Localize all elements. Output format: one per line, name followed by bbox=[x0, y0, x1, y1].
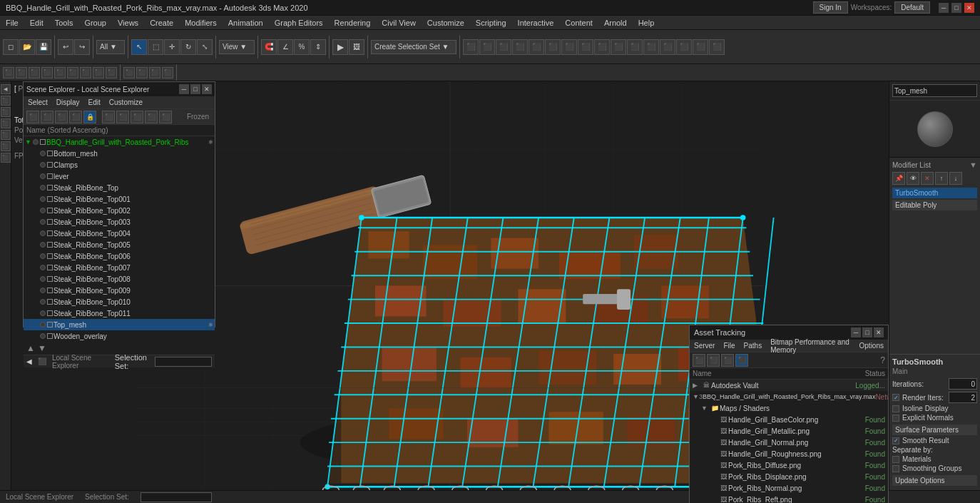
se-item-steak-rib-005[interactable]: Steak_RibBone_Top005 bbox=[24, 239, 215, 250]
at-item-diffuse[interactable]: 🖼 Pork_Ribs_Diffuse.png Found bbox=[690, 459, 888, 471]
se-item-steak-rib-004[interactable]: Steak_RibBone_Top004 bbox=[24, 228, 215, 239]
left-icon-3[interactable]: ⬛ bbox=[1, 107, 11, 117]
tool-btn-12[interactable]: ⬛ bbox=[643, 39, 659, 55]
se-tb-btn-4[interactable]: ⬛ bbox=[69, 111, 82, 123]
se-item-steak-rib-002[interactable]: Steak_RibBone_Top002 bbox=[24, 205, 215, 216]
se-item-steak-rib-007[interactable]: Steak_RibBone_Top007 bbox=[24, 262, 215, 273]
at-tb-btn-4[interactable]: ⬛ bbox=[735, 354, 748, 367]
se-menu-display[interactable]: Display bbox=[52, 98, 84, 107]
object-name-input[interactable] bbox=[892, 84, 977, 97]
tb2-btn-10[interactable]: ⬛ bbox=[123, 67, 135, 78]
tool-btn-7[interactable]: ⬛ bbox=[561, 39, 577, 55]
menu-help[interactable]: Help bbox=[633, 17, 660, 29]
menu-interactive[interactable]: Interactive bbox=[512, 17, 560, 29]
mod-tb-pin[interactable]: 📌 bbox=[892, 172, 905, 185]
modifier-item-turbosmooth[interactable]: TurboSmooth bbox=[892, 188, 977, 198]
modifier-dropdown-icon[interactable]: ▼ bbox=[969, 161, 977, 169]
at-item-displace[interactable]: 🖼 Pork_Ribs_Displace.png Found bbox=[690, 471, 888, 482]
se-maximize-btn[interactable]: □ bbox=[190, 84, 200, 94]
se-tb-btn-5[interactable]: 🔒 bbox=[83, 111, 96, 123]
se-close-btn[interactable]: ✕ bbox=[202, 84, 212, 94]
se-item-steak-rib-001[interactable]: Steak_RibBone_Top001 bbox=[24, 193, 215, 205]
menu-content[interactable]: Content bbox=[559, 17, 598, 29]
at-menu-options[interactable]: Options bbox=[855, 341, 888, 350]
tool-btn-9[interactable]: ⬛ bbox=[594, 39, 610, 55]
at-maximize-btn[interactable]: □ bbox=[862, 327, 872, 337]
menu-group[interactable]: Group bbox=[78, 17, 112, 29]
se-nav-icon-1[interactable]: ◀ bbox=[26, 357, 32, 365]
select-btn[interactable]: ↖ bbox=[131, 39, 147, 55]
se-nav-icon-2[interactable]: ⬛ bbox=[38, 357, 46, 365]
at-help-icon[interactable]: ? bbox=[880, 355, 885, 365]
smooth-result-checkbox[interactable]: ✓ bbox=[892, 437, 899, 444]
tb2-btn-1[interactable]: ⬛ bbox=[3, 67, 14, 78]
open-btn[interactable]: 📂 bbox=[19, 39, 35, 55]
tool-btn-11[interactable]: ⬛ bbox=[627, 39, 643, 55]
tool-btn-8[interactable]: ⬛ bbox=[578, 39, 593, 55]
se-nav-prev[interactable]: ▲ bbox=[26, 343, 35, 353]
selection-filter-dropdown[interactable]: All ▼ bbox=[96, 40, 125, 54]
se-tb-btn-10[interactable]: ⬛ bbox=[159, 111, 172, 123]
at-tb-btn-3[interactable]: ⬛ bbox=[721, 354, 734, 367]
move-btn[interactable]: ✛ bbox=[164, 39, 180, 55]
tb2-btn-7[interactable]: ⬛ bbox=[80, 67, 91, 78]
tb2-btn-4[interactable]: ⬛ bbox=[41, 67, 53, 78]
mod-tb-up[interactable]: ↑ bbox=[935, 172, 948, 185]
undo-btn[interactable]: ↩ bbox=[58, 39, 73, 55]
tb2-btn-9[interactable]: ⬛ bbox=[106, 67, 117, 78]
menu-customize[interactable]: Customize bbox=[422, 17, 470, 29]
menu-civil-view[interactable]: Civil View bbox=[376, 17, 421, 29]
maximize-button[interactable]: □ bbox=[951, 3, 961, 13]
mod-tb-show[interactable]: 👁 bbox=[907, 172, 919, 185]
at-item-vault[interactable]: ▶ 🏛 Autodesk Vault Logged... bbox=[690, 380, 888, 391]
iterations-input[interactable] bbox=[949, 378, 977, 390]
se-item-bbq-group[interactable]: ▼ BBQ_Handle_Grill_with_Roasted_Pork_Rib… bbox=[24, 136, 215, 148]
menu-graph-editors[interactable]: Graph Editors bbox=[269, 17, 329, 29]
sign-in-btn[interactable]: Sign In bbox=[813, 1, 848, 14]
se-item-steak-rib-009[interactable]: Steak_RibBone_Top009 bbox=[24, 285, 215, 296]
se-expand-bbq[interactable]: ▼ bbox=[25, 138, 32, 146]
tb2-btn-8[interactable]: ⬛ bbox=[93, 67, 104, 78]
at-menu-paths[interactable]: Paths bbox=[740, 341, 767, 350]
at-menu-bitmap[interactable]: Bitmap Performance and Memory bbox=[766, 337, 854, 355]
se-item-clamps[interactable]: Clamps bbox=[24, 159, 215, 171]
workspace-value[interactable]: Default bbox=[894, 1, 930, 14]
se-tb-btn-3[interactable]: ⬛ bbox=[55, 111, 68, 123]
se-item-steak-rib-011[interactable]: Steak_RibBone_Top011 bbox=[24, 308, 215, 319]
render-btn[interactable]: 🖼 bbox=[349, 39, 364, 55]
tb2-btn-6[interactable]: ⬛ bbox=[67, 67, 78, 78]
render-iters-input[interactable] bbox=[949, 392, 977, 403]
rotate-btn[interactable]: ↻ bbox=[180, 39, 196, 55]
left-icon-7[interactable]: ⬛ bbox=[1, 153, 11, 163]
se-minimize-btn[interactable]: ─ bbox=[179, 84, 189, 94]
new-scene-btn[interactable]: ◻ bbox=[3, 39, 19, 55]
at-expand-maps[interactable]: ▼ bbox=[701, 405, 710, 412]
at-expand-bbq-file[interactable]: ▼ bbox=[693, 393, 699, 400]
at-item-reft[interactable]: 🖼 Pork_Ribs_Reft.png Found bbox=[690, 494, 888, 503]
minimize-button[interactable]: ─ bbox=[939, 3, 949, 13]
menu-modifiers[interactable]: Modifiers bbox=[179, 17, 223, 29]
materials-checkbox[interactable] bbox=[892, 456, 899, 463]
menu-animation[interactable]: Animation bbox=[223, 17, 269, 29]
se-item-lever[interactable]: lever bbox=[24, 171, 215, 182]
view-dropdown[interactable]: View ▼ bbox=[219, 40, 255, 54]
percent-snap-btn[interactable]: % bbox=[294, 39, 310, 55]
menu-tools[interactable]: Tools bbox=[49, 17, 79, 29]
se-tb-btn-6[interactable]: ⬛ bbox=[102, 111, 115, 123]
at-menu-server[interactable]: Server bbox=[690, 341, 719, 350]
smoothing-groups-checkbox[interactable] bbox=[892, 465, 899, 472]
se-tb-btn-1[interactable]: ⬛ bbox=[26, 111, 39, 123]
tb2-btn-13[interactable]: ⬛ bbox=[162, 67, 173, 78]
close-button[interactable]: ✕ bbox=[964, 3, 974, 13]
menu-rendering[interactable]: Rendering bbox=[329, 17, 377, 29]
at-menu-file[interactable]: File bbox=[719, 341, 739, 350]
scale-btn[interactable]: ⤡ bbox=[197, 39, 213, 55]
menu-scripting[interactable]: Scripting bbox=[470, 17, 512, 29]
at-close-btn[interactable]: ✕ bbox=[874, 327, 884, 337]
se-selection-set-input[interactable] bbox=[155, 357, 212, 367]
at-tb-btn-2[interactable]: ⬛ bbox=[707, 354, 720, 367]
left-icon-4[interactable]: ⬛ bbox=[1, 118, 11, 128]
render-iters-checkbox[interactable]: ✓ bbox=[892, 394, 899, 401]
left-icon-1[interactable]: ◀ bbox=[1, 84, 11, 94]
tb2-btn-3[interactable]: ⬛ bbox=[29, 67, 40, 78]
